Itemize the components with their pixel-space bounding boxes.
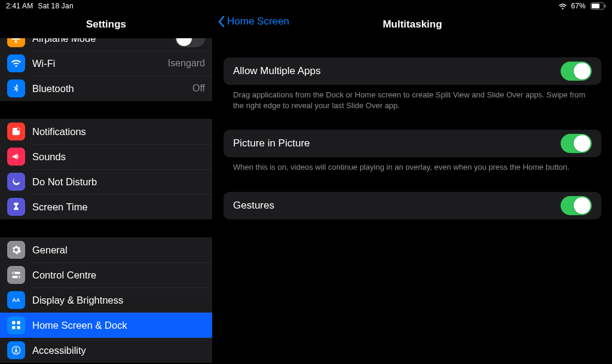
- sidebar-item-label: Screen Time: [32, 201, 205, 213]
- airplane-icon: [7, 38, 25, 47]
- sidebar-group: Airplane Mode Wi-Fi Isengard: [0, 38, 212, 102]
- svg-rect-1: [592, 4, 599, 8]
- sidebar-item-label: Wi-Fi: [32, 58, 168, 69]
- sidebar-item-sounds[interactable]: Sounds: [0, 144, 212, 169]
- svg-rect-13: [17, 326, 20, 329]
- sidebar-group: Notifications Sounds Do Not Disturb: [0, 118, 212, 220]
- sidebar-item-label: Do Not Disturb: [32, 176, 205, 188]
- svg-point-15: [16, 347, 17, 348]
- sidebar-item-notifications[interactable]: Notifications: [0, 119, 212, 144]
- status-date: Sat 18 Jan: [38, 2, 73, 10]
- toggles-icon: [7, 266, 25, 284]
- sidebar-item-label: Accessibility: [32, 345, 205, 356]
- sidebar-item-display-brightness[interactable]: AA Display & Brightness: [0, 287, 212, 313]
- detail-pane: Home Screen Multitasking Allow Multiple …: [213, 0, 612, 364]
- sidebar-scroll[interactable]: Airplane Mode Wi-Fi Isengard: [0, 38, 212, 364]
- sounds-icon: [7, 148, 25, 166]
- sidebar-item-screen-time[interactable]: Screen Time: [0, 194, 212, 219]
- moon-icon: [7, 173, 25, 191]
- cell-picture-in-picture: Picture in Picture: [224, 130, 601, 157]
- sidebar-item-general[interactable]: General: [0, 237, 212, 262]
- airplane-toggle[interactable]: [175, 38, 205, 47]
- settings-sidebar: Settings Airplane Mode: [0, 0, 213, 364]
- wifi-icon: [7, 54, 25, 72]
- sidebar-item-label: Bluetooth: [32, 83, 192, 94]
- sidebar-item-label: Display & Brightness: [32, 295, 205, 306]
- brightness-icon: AA: [7, 291, 25, 309]
- svg-rect-12: [12, 326, 15, 329]
- sidebar-item-label: Control Centre: [32, 270, 205, 281]
- cell-label: Picture in Picture: [233, 137, 561, 149]
- gear-icon: [7, 241, 25, 259]
- sidebar-item-label: Home Screen & Dock: [32, 320, 205, 331]
- sidebar-item-airplane-mode[interactable]: Airplane Mode: [0, 38, 212, 51]
- svg-point-4: [17, 128, 20, 131]
- sidebar-item-wifi[interactable]: Wi-Fi Isengard: [0, 51, 212, 76]
- chevron-left-icon: [218, 16, 225, 27]
- cell-label: Allow Multiple Apps: [233, 65, 561, 77]
- cell-allow-multiple-apps: Allow Multiple Apps: [224, 57, 601, 85]
- battery-percent: 67%: [571, 2, 586, 10]
- sidebar-group: General Control Centre AA Display & Brig…: [0, 237, 212, 363]
- back-label: Home Screen: [227, 16, 289, 27]
- svg-point-7: [13, 272, 15, 274]
- allow-multiple-apps-toggle[interactable]: [561, 62, 592, 81]
- svg-rect-11: [17, 321, 20, 324]
- sidebar-item-detail: Off: [192, 83, 205, 94]
- grid-icon: [7, 316, 25, 334]
- detail-title: Multitasking: [382, 19, 442, 30]
- sidebar-item-label: General: [32, 244, 205, 256]
- sidebar-item-control-centre[interactable]: Control Centre: [0, 262, 212, 287]
- svg-text:AA: AA: [13, 297, 20, 303]
- svg-rect-2: [605, 5, 606, 8]
- notifications-icon: [7, 123, 25, 140]
- sidebar-item-label: Airplane Mode: [32, 38, 175, 44]
- sidebar-item-do-not-disturb[interactable]: Do Not Disturb: [0, 169, 212, 194]
- sidebar-item-home-screen-dock[interactable]: Home Screen & Dock: [0, 313, 212, 338]
- cell-footer: Drag applications from the Dock or Home …: [224, 85, 601, 111]
- picture-in-picture-toggle[interactable]: [561, 134, 592, 153]
- hourglass-icon: [7, 198, 25, 216]
- wifi-status-icon: [558, 3, 567, 10]
- sidebar-item-detail: Isengard: [168, 58, 205, 69]
- cell-gestures: Gestures: [224, 192, 601, 219]
- svg-point-8: [17, 276, 19, 278]
- sidebar-item-label: Notifications: [32, 126, 205, 137]
- status-time: 2:41 AM: [6, 2, 33, 10]
- cell-label: Gestures: [233, 200, 561, 212]
- accessibility-icon: [7, 341, 25, 359]
- status-bar: 2:41 AM Sat 18 Jan 67%: [0, 0, 612, 12]
- cell-footer: When this is on, videos will continue pl…: [224, 157, 601, 173]
- svg-rect-10: [12, 321, 15, 324]
- gestures-toggle[interactable]: [561, 196, 592, 215]
- sidebar-item-bluetooth[interactable]: Bluetooth Off: [0, 76, 212, 101]
- sidebar-item-accessibility[interactable]: Accessibility: [0, 338, 212, 363]
- back-button[interactable]: Home Screen: [218, 16, 289, 27]
- bluetooth-icon: [7, 79, 25, 97]
- sidebar-item-label: Sounds: [32, 151, 205, 163]
- battery-icon: [589, 2, 606, 10]
